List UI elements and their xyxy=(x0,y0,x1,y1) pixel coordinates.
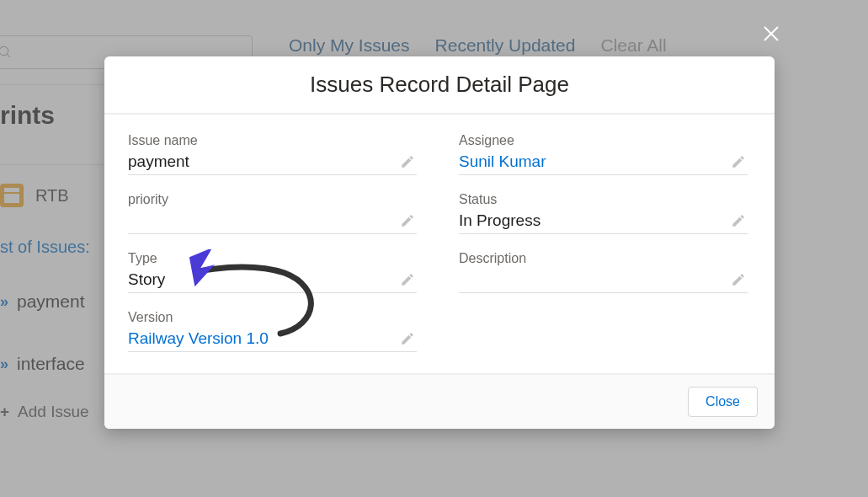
field-issue-name: Issue name payment xyxy=(128,133,417,175)
issue-link-label: interface xyxy=(17,354,85,374)
field-label: Status xyxy=(459,192,748,207)
field-label: Description xyxy=(459,251,748,266)
add-issue-button[interactable]: + Add Issue xyxy=(0,403,89,421)
field-value: Story xyxy=(128,270,165,289)
issue-link-payment[interactable]: » payment xyxy=(0,291,85,312)
modal-left-column: Issue name payment priority Type Story xyxy=(128,133,417,354)
modal-close-x[interactable] xyxy=(761,24,781,44)
sprint-rtb-label: RTB xyxy=(35,186,69,206)
edit-icon[interactable] xyxy=(731,154,746,169)
sprint-icon xyxy=(0,184,24,207)
field-label: Assignee xyxy=(459,133,748,148)
sprint-rtb[interactable]: RTB xyxy=(0,184,69,207)
edit-icon[interactable] xyxy=(400,331,415,346)
field-version: Version Railway Version 1.0 xyxy=(128,310,417,352)
issue-link-interface[interactable]: » interface xyxy=(0,354,85,374)
edit-icon[interactable] xyxy=(400,213,415,228)
field-label: Issue name xyxy=(128,133,417,148)
close-button[interactable]: Close xyxy=(688,387,758,417)
edit-icon[interactable] xyxy=(400,272,415,287)
svg-point-0 xyxy=(0,46,8,56)
version-link[interactable]: Railway Version 1.0 xyxy=(128,329,269,348)
issue-link-label: payment xyxy=(17,291,85,312)
field-type: Type Story xyxy=(128,251,417,293)
field-label: Version xyxy=(128,310,417,325)
edit-icon[interactable] xyxy=(731,272,746,287)
plus-icon: + xyxy=(0,403,9,421)
field-value: payment xyxy=(128,152,189,171)
modal-right-column: Assignee Sunil Kumar Status In Progress … xyxy=(459,133,748,354)
list-of-issues-heading: st of Issues: xyxy=(0,238,90,257)
field-description: Description xyxy=(459,251,748,293)
field-label: priority xyxy=(128,192,417,207)
issue-filters: Only My Issues Recently Updated Clear Al… xyxy=(289,35,667,56)
modal-title: Issues Record Detail Page xyxy=(104,56,775,115)
filter-clear[interactable]: Clear All xyxy=(600,35,666,56)
add-issue-label: Add Issue xyxy=(18,403,89,421)
field-assignee: Assignee Sunil Kumar xyxy=(459,133,748,175)
field-priority: priority xyxy=(128,192,417,234)
assignee-link[interactable]: Sunil Kumar xyxy=(459,152,546,171)
field-value: In Progress xyxy=(459,211,541,230)
edit-icon[interactable] xyxy=(400,154,415,169)
edit-icon[interactable] xyxy=(731,213,746,228)
sprints-heading: rints xyxy=(0,101,55,130)
modal-footer: Close xyxy=(104,373,775,429)
field-label: Type xyxy=(128,251,417,266)
field-status: Status In Progress xyxy=(459,192,748,234)
svg-line-1 xyxy=(7,54,10,57)
chevron-right-icon: » xyxy=(0,355,8,373)
issue-detail-modal: Issues Record Detail Page Issue name pay… xyxy=(104,56,775,429)
filter-only-my[interactable]: Only My Issues xyxy=(289,35,410,56)
chevron-right-icon: » xyxy=(0,293,8,311)
filter-recent[interactable]: Recently Updated xyxy=(435,35,576,56)
